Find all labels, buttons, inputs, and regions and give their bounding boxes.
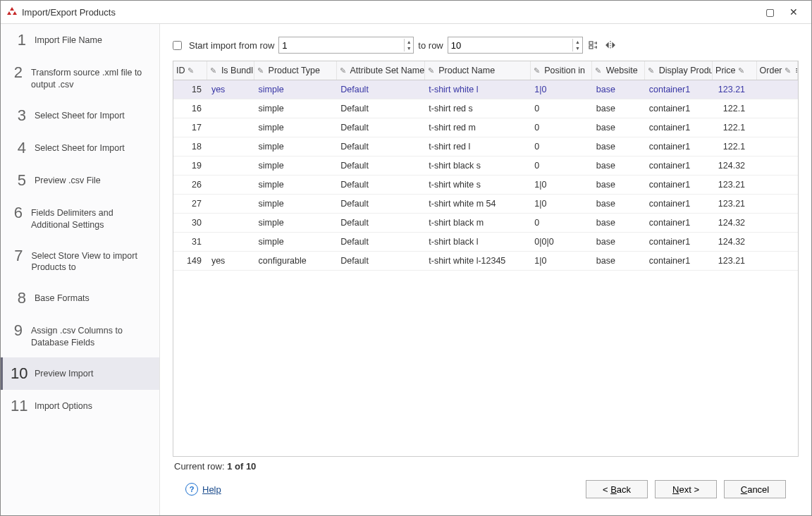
start-row-input[interactable] xyxy=(279,37,404,53)
cell-order xyxy=(756,156,797,176)
cancel-button[interactable]: Cancel xyxy=(724,480,786,498)
status-row: Current row: 1 of 10 xyxy=(173,457,799,472)
cell-position: 0 xyxy=(530,118,592,137)
cell-position: 0 xyxy=(530,137,592,156)
wizard-step-8[interactable]: 8 Base Formats xyxy=(1,282,159,314)
table-row[interactable]: 30simpleDefaultt-shirt black m0baseconta… xyxy=(173,214,798,233)
cell-website: base xyxy=(592,137,645,156)
help-link[interactable]: ? Help xyxy=(185,483,221,496)
table-row[interactable]: 149yesconfigurableDefaultt-shirt white l… xyxy=(173,252,798,271)
column-header-position[interactable]: ✎ Position in xyxy=(530,61,592,80)
table-header-row: ID ✎✎ Is Bundl✎ Product Type✎ Attribute … xyxy=(173,61,798,80)
content-area: 1 Import File Name2 Transform source .xm… xyxy=(1,24,811,515)
to-row-input[interactable] xyxy=(448,37,573,53)
cell-website: base xyxy=(592,252,645,271)
cell-display: container1 xyxy=(645,99,713,118)
start-import-checkbox[interactable] xyxy=(173,41,182,50)
table-row[interactable]: 27simpleDefaultt-shirt white m 541|0base… xyxy=(173,195,798,214)
step-label: Transform source .xml file to output .cs… xyxy=(31,65,152,91)
cell-order xyxy=(756,214,797,233)
cell-id: 31 xyxy=(173,233,207,252)
spin-down-icon[interactable]: ▼ xyxy=(573,45,582,51)
cell-attr-set: Default xyxy=(336,118,424,137)
wizard-step-7[interactable]: 7 Select Store View to import Products t… xyxy=(1,240,159,283)
step-number: 7 xyxy=(11,248,23,264)
cell-website: base xyxy=(592,176,645,195)
back-button[interactable]: < Back xyxy=(586,480,648,498)
cell-product-name: t-shirt white l xyxy=(424,80,530,99)
to-row-label: to row xyxy=(418,40,443,51)
to-row-spinner[interactable]: ▲▼ xyxy=(448,37,583,54)
pencil-icon: ✎ xyxy=(738,66,744,75)
table-row[interactable]: 18simpleDefaultt-shirt red l0basecontain… xyxy=(173,137,798,156)
cell-display: container1 xyxy=(645,214,713,233)
select-rows-icon[interactable] xyxy=(587,39,600,51)
column-header-display[interactable]: ✎ Display Produ xyxy=(645,61,713,80)
table-row[interactable]: 16simpleDefaultt-shirt red s0basecontain… xyxy=(173,99,798,118)
maximize-button[interactable]: ▢ xyxy=(758,6,782,18)
cell-display: container1 xyxy=(645,233,713,252)
wizard-step-10[interactable]: 10 Preview Import xyxy=(1,357,159,390)
svg-rect-0 xyxy=(589,42,593,44)
next-button[interactable]: Next > xyxy=(655,480,717,498)
wizard-step-4[interactable]: 4 Select Sheet for Import xyxy=(1,132,159,164)
cell-position: 0 xyxy=(530,99,592,118)
column-header-attr_set[interactable]: ✎ Attribute Set Name xyxy=(336,61,424,80)
step-number: 1 xyxy=(11,32,26,48)
cell-product-name: t-shirt black l xyxy=(424,233,530,252)
step-number: 6 xyxy=(11,205,23,221)
column-header-product_name[interactable]: ✎ Product Name xyxy=(424,61,530,80)
cell-product-type: simple xyxy=(254,80,337,99)
cell-price: 122.1 xyxy=(713,118,757,137)
table-body: 15yessimpleDefaultt-shirt white l1|0base… xyxy=(173,80,798,271)
table-row[interactable]: 31simpleDefaultt-shirt black l0|0|0basec… xyxy=(173,233,798,252)
column-header-product_type[interactable]: ✎ Product Type xyxy=(254,61,337,80)
column-header-website[interactable]: ✎ Website xyxy=(592,61,645,80)
step-label: Select Sheet for Import xyxy=(35,140,125,154)
wizard-step-5[interactable]: 5 Preview .csv File xyxy=(1,164,159,197)
cell-position: 0|0|0 xyxy=(530,233,592,252)
cell-display: container1 xyxy=(645,195,713,214)
cell-price: 123.21 xyxy=(713,252,757,271)
column-header-is_bundle[interactable]: ✎ Is Bundl xyxy=(207,61,254,80)
wizard-step-2[interactable]: 2 Transform source .xml file to output .… xyxy=(1,56,159,99)
table-row[interactable]: 26simpleDefaultt-shirt white s1|0basecon… xyxy=(173,176,798,195)
spin-up-icon[interactable]: ▲ xyxy=(573,39,582,45)
close-button[interactable]: ✕ xyxy=(782,6,806,18)
cell-price: 123.21 xyxy=(713,195,757,214)
column-header-order[interactable]: Order ✎ ≡ xyxy=(756,61,797,80)
column-header-id[interactable]: ID ✎ xyxy=(173,61,207,80)
cell-attr-set: Default xyxy=(336,252,424,271)
cell-order xyxy=(756,176,797,195)
cell-order xyxy=(756,118,797,137)
step-label: Import File Name xyxy=(35,32,102,47)
table-row[interactable]: 17simpleDefaultt-shirt red m0basecontain… xyxy=(173,118,798,137)
preview-table[interactable]: ID ✎✎ Is Bundl✎ Product Type✎ Attribute … xyxy=(173,61,799,457)
cell-price: 123.21 xyxy=(713,80,757,99)
wizard-step-11[interactable]: 11 Import Options xyxy=(1,390,159,422)
cell-attr-set: Default xyxy=(336,214,424,233)
table-row[interactable]: 19simpleDefaultt-shirt black s0baseconta… xyxy=(173,156,798,176)
cell-product-type: simple xyxy=(254,214,337,233)
start-row-spinner[interactable]: ▲▼ xyxy=(278,37,414,54)
cell-is-bundle xyxy=(207,214,254,233)
cell-order xyxy=(756,99,797,118)
wizard-step-1[interactable]: 1 Import File Name xyxy=(1,24,159,56)
cell-position: 1|0 xyxy=(530,176,592,195)
step-label: Preview Import xyxy=(35,366,93,380)
step-label: Select Sheet for Import xyxy=(35,108,125,122)
footer: ? Help < Back Next > Cancel xyxy=(173,472,799,508)
cell-price: 124.32 xyxy=(713,214,757,233)
split-icon[interactable] xyxy=(604,39,617,51)
wizard-step-6[interactable]: 6 Fields Delimiters and Additional Setti… xyxy=(1,197,159,240)
spin-up-icon[interactable]: ▲ xyxy=(405,39,413,45)
wizard-step-3[interactable]: 3 Select Sheet for Import xyxy=(1,99,159,132)
start-import-label: Start import from row xyxy=(189,40,274,51)
spin-down-icon[interactable]: ▼ xyxy=(405,45,413,51)
cell-attr-set: Default xyxy=(336,156,424,176)
cell-id: 27 xyxy=(173,195,207,214)
table-row[interactable]: 15yessimpleDefaultt-shirt white l1|0base… xyxy=(173,80,798,99)
wizard-step-9[interactable]: 9 Assign .csv Columns to Database Fields xyxy=(1,314,159,357)
cell-website: base xyxy=(592,214,645,233)
column-header-price[interactable]: Price ✎ xyxy=(713,61,757,80)
